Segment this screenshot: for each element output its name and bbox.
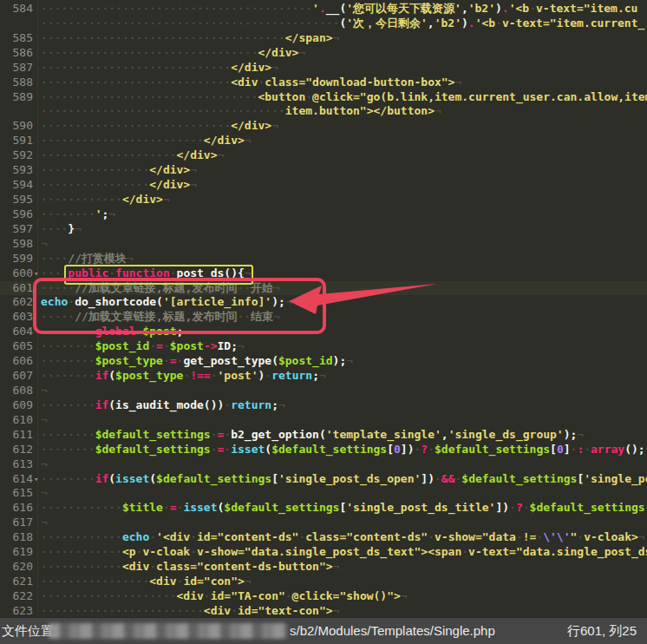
code-line[interactable]: 610¬ xyxy=(0,413,647,428)
line-number[interactable]: 618 xyxy=(0,530,33,545)
line-number[interactable]: 606 xyxy=(0,354,33,369)
code-line[interactable]: 600▾····public·function·post_ds(){¬ xyxy=(0,266,647,281)
code-line[interactable]: 622····················<div·id="TA-con"·… xyxy=(0,589,647,604)
code-line[interactable]: 620············<div·class="content-ds-bu… xyxy=(0,560,647,575)
code-line[interactable]: 613¬ xyxy=(0,457,647,472)
code-line[interactable]: 619············<p·v-cloak·v-show="data.s… xyxy=(0,545,647,560)
code-line[interactable]: 618············echo·'<div·id="content-ds… xyxy=(0,530,647,545)
line-number[interactable]: 597 xyxy=(0,222,33,237)
whitespace-dots: · xyxy=(428,530,435,543)
line-number[interactable]: 609 xyxy=(0,398,33,413)
line-number[interactable]: 612 xyxy=(0,443,33,457)
code-line[interactable]: 597····}¬ xyxy=(0,222,647,237)
line-number[interactable]: 588 xyxy=(0,76,33,90)
code-line[interactable]: 601·····//加载文章链接,标题,发布时间··开始¬ xyxy=(0,281,647,296)
line-number[interactable]: 620 xyxy=(0,560,33,575)
whitespace-dots: · xyxy=(516,530,523,543)
whitespace-dots: ¬ xyxy=(435,104,441,117)
line-number[interactable]: 595 xyxy=(0,193,33,207)
code-line[interactable]: ········································… xyxy=(0,16,647,31)
code-line[interactable]: 621················<div·id="con">¬ xyxy=(0,575,647,589)
fold-arrow-icon[interactable]: ▾ xyxy=(34,266,38,281)
code-line[interactable]: 599····//打赏模块¬ xyxy=(0,252,647,266)
code-line[interactable]: 605········$post_id·=·$post->ID;¬ xyxy=(0,339,647,354)
code-line[interactable]: 594················</div>¬ xyxy=(0,178,647,193)
code-line[interactable]: 588····························<div·clas… xyxy=(0,76,647,90)
line-number[interactable]: 598 xyxy=(0,237,33,252)
code-line[interactable]: 584·····································… xyxy=(0,2,647,16)
code-line[interactable]: 591························</div>¬ xyxy=(0,134,647,148)
code-text: ····}¬ xyxy=(41,222,82,235)
code-line[interactable]: 590····························</div>¬ xyxy=(0,119,647,134)
code-line[interactable]: 608¬ xyxy=(0,384,647,398)
code-line[interactable]: 611········$default_settings·=·b2_get_op… xyxy=(0,428,647,443)
code-line[interactable]: 586································</div… xyxy=(0,46,647,61)
line-number[interactable]: 604 xyxy=(0,325,33,339)
code-line[interactable]: 615¬ xyxy=(0,486,647,501)
code-text: ····································</sp… xyxy=(41,31,339,44)
code-token: </div> xyxy=(177,148,218,161)
code-line[interactable]: 603·····//加载文章链接,标题,发布时间··结束¬ xyxy=(0,310,647,325)
line-number[interactable]: 589 xyxy=(0,90,33,105)
line-number[interactable]: 584 xyxy=(0,2,33,16)
code-token: echo xyxy=(122,530,149,543)
line-number[interactable]: 621 xyxy=(0,575,33,589)
line-number[interactable]: 615 xyxy=(0,486,33,501)
line-number[interactable]: 593 xyxy=(0,163,33,178)
line-number[interactable]: 619 xyxy=(0,545,33,560)
whitespace-dots: ········································ xyxy=(41,2,312,15)
line-number[interactable]: 586 xyxy=(0,46,33,61)
line-number[interactable]: 611 xyxy=(0,428,33,443)
code-line[interactable]: 592····················</div>¬ xyxy=(0,148,647,163)
code-line[interactable]: ····································item… xyxy=(0,104,647,119)
code-line[interactable]: 587····························</div>¬ xyxy=(0,61,647,76)
code-token: __( xyxy=(326,2,346,15)
code-line[interactable]: 614▾········if(isset($default_settings['… xyxy=(0,472,647,487)
code-line[interactable]: 612········$default_settings·=·isset($de… xyxy=(0,443,647,457)
code-text: ¬ xyxy=(41,516,48,529)
line-number[interactable]: 601 xyxy=(0,281,33,296)
code-line[interactable]: 602echo·do_shortcode('[article_info]');¬ xyxy=(0,295,647,310)
code-token: $default_settings xyxy=(156,472,271,485)
line-number[interactable]: 594 xyxy=(0,178,33,193)
line-number[interactable]: 587 xyxy=(0,61,33,76)
code-line[interactable]: 585····································<… xyxy=(0,31,647,46)
line-number[interactable]: 617 xyxy=(0,516,33,530)
code-token: (is_audit_mode()) xyxy=(108,398,224,411)
code-line[interactable]: 617¬ xyxy=(0,516,647,530)
fold-arrow-icon[interactable]: ▾ xyxy=(34,472,38,487)
line-number[interactable]: 605 xyxy=(0,339,33,354)
code-line[interactable]: 609········if(is_audit_mode())·return;¬ xyxy=(0,398,647,413)
line-number[interactable]: 622 xyxy=(0,589,33,604)
line-number[interactable]: 599 xyxy=(0,252,33,266)
line-number[interactable]: 596 xyxy=(0,207,33,222)
code-token: $default_settings xyxy=(271,443,387,456)
line-number[interactable]: 614 xyxy=(0,472,33,487)
line-number[interactable]: 616 xyxy=(0,501,33,516)
code-line[interactable]: 607········if($post_type·!==·'post')·ret… xyxy=(0,369,647,384)
line-number[interactable]: 607 xyxy=(0,369,33,384)
line-number[interactable]: 590 xyxy=(0,119,33,134)
code-line[interactable]: 589································<butt… xyxy=(0,90,647,105)
code-pane[interactable]: 584·····································… xyxy=(0,2,647,619)
code-line[interactable]: 593················</div>¬ xyxy=(0,163,647,178)
line-number[interactable]: 602 xyxy=(0,295,33,310)
whitespace-dots: ·· xyxy=(237,281,251,294)
code-line[interactable]: 598¬ xyxy=(0,237,647,252)
line-number[interactable]: 603 xyxy=(0,310,33,325)
line-number[interactable]: 591 xyxy=(0,134,33,148)
code-token: <div xyxy=(204,604,231,617)
code-line[interactable]: 596········';¬ xyxy=(0,207,647,222)
code-line[interactable]: 595············</div>¬ xyxy=(0,193,647,207)
code-line[interactable]: 604········global·$post;¬ xyxy=(0,325,647,339)
line-number[interactable]: 592 xyxy=(0,148,33,163)
line-number[interactable]: 585 xyxy=(0,31,33,46)
line-number[interactable]: 613 xyxy=(0,457,33,472)
code-line[interactable]: 606········$post_type·=·get_post_type($p… xyxy=(0,354,647,369)
code-text: echo·do_shortcode('[article_info]');¬ xyxy=(41,295,292,308)
cursor-position: 行601, 列25 xyxy=(567,623,637,640)
line-number[interactable]: 600 xyxy=(0,266,33,281)
code-line[interactable]: 616············$title·=·isset($default_s… xyxy=(0,501,647,516)
line-number[interactable]: 608 xyxy=(0,384,33,398)
line-number[interactable]: 610 xyxy=(0,413,33,428)
